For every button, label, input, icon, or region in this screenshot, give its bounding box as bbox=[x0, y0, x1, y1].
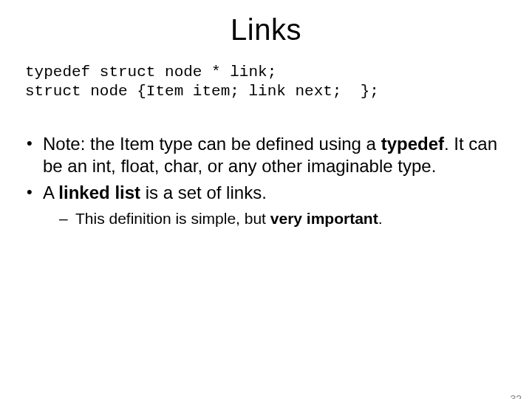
bullet-1-bold: typedef bbox=[381, 134, 444, 154]
page-number: 32 bbox=[510, 393, 522, 399]
slide: Links typedef struct node * link; struct… bbox=[0, 13, 532, 399]
bullet-2-bold: linked list bbox=[58, 183, 140, 202]
bullet-2-pre: A bbox=[43, 183, 58, 202]
body-text: Note: the Item type can be defined using… bbox=[25, 133, 502, 229]
bullet-2: A linked list is a set of links. This de… bbox=[25, 182, 502, 229]
sub-bullet-1: This definition is simple, but very impo… bbox=[43, 208, 502, 229]
sub-bullet-1-pre: This definition is simple, but bbox=[75, 210, 270, 227]
code-block: typedef struct node * link; struct node … bbox=[25, 63, 507, 102]
slide-title: Links bbox=[0, 13, 532, 47]
bullet-2-post: is a set of links. bbox=[140, 183, 267, 202]
bullet-1: Note: the Item type can be defined using… bbox=[25, 133, 502, 177]
sub-bullet-1-bold: very important bbox=[270, 210, 378, 227]
code-line-2: struct node {Item item; link next; }; bbox=[25, 83, 379, 100]
code-line-1: typedef struct node * link; bbox=[25, 64, 276, 81]
sub-bullet-1-post: . bbox=[378, 210, 383, 227]
bullet-1-pre: Note: the Item type can be defined using… bbox=[43, 134, 381, 154]
